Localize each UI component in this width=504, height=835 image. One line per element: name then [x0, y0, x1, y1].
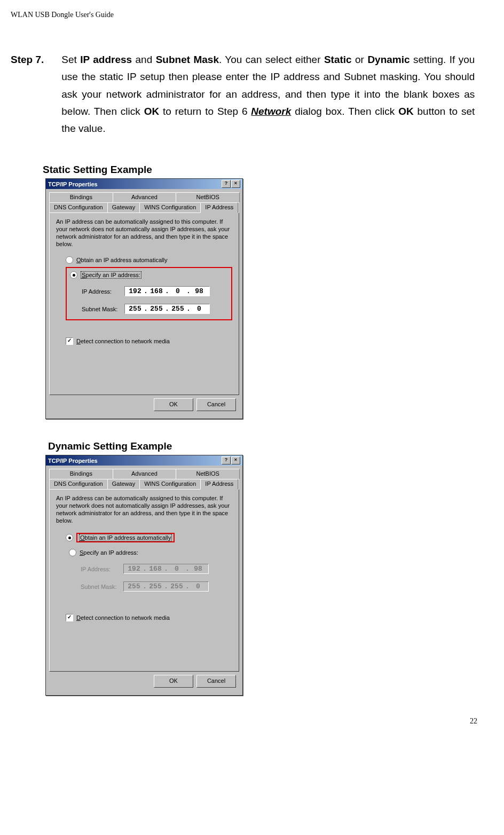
radio-obtain[interactable]: Obtain an IP address automatically	[66, 533, 232, 542]
tab-gateway[interactable]: Gateway	[107, 202, 140, 213]
dialog-title: TCP/IP Properties	[48, 181, 98, 187]
step-7-paragraph: Step 7. Set IP address and Subnet Mask. …	[11, 51, 477, 137]
cancel-button[interactable]: Cancel	[196, 675, 236, 688]
detect-label: Detect connection to network media	[76, 338, 170, 344]
cancel-button[interactable]: Cancel	[196, 398, 236, 411]
tab-gateway[interactable]: Gateway	[107, 479, 140, 490]
ip-address-input[interactable]: 192. 168. 0. 98	[124, 286, 210, 296]
button-row: OK Cancel	[49, 395, 239, 414]
tab-dns[interactable]: DNS Configuration	[49, 202, 108, 213]
subnet-mask-input[interactable]: 255. 255. 255. 0	[124, 304, 210, 314]
step-body: Set IP address and Subnet Mask. You can …	[61, 51, 475, 137]
tab-row-2: DNS Configuration Gateway WINS Configura…	[49, 202, 239, 213]
document-header: WLAN USB Dongle User's Guide	[11, 11, 477, 19]
tab-row-2: DNS Configuration Gateway WINS Configura…	[49, 479, 239, 490]
tab-netbios[interactable]: NetBIOS	[176, 192, 240, 203]
detect-checkbox-row[interactable]: ✓ Detect connection to network media	[66, 614, 232, 621]
dynamic-example-title: Dynamic Setting Example	[48, 440, 477, 452]
obtain-highlight-box: Obtain an IP address automatically	[76, 533, 175, 542]
radio-icon	[66, 256, 73, 264]
tab-panel: An IP address can be automatically assig…	[49, 489, 239, 672]
tab-dns[interactable]: DNS Configuration	[49, 479, 108, 490]
step-label: Step 7.	[11, 51, 59, 68]
subnet-mask-label: Subnet Mask:	[81, 584, 123, 590]
titlebar: TCP/IP Properties ? ×	[46, 179, 242, 189]
static-example-title: Static Setting Example	[43, 164, 477, 176]
subnet-mask-row: Subnet Mask: 255. 255. 255. 0	[82, 304, 227, 314]
ok-button[interactable]: OK	[154, 398, 193, 411]
radio-specify-label: Specify an IP address:	[81, 272, 141, 278]
subnet-mask-label: Subnet Mask:	[82, 306, 124, 312]
tab-netbios[interactable]: NetBIOS	[176, 469, 240, 479]
ip-address-row: IP Address: 192. 168. 0. 98	[82, 286, 227, 296]
ip-address-row: IP Address: 192. 168. 0. 98	[81, 564, 228, 574]
checkbox-icon: ✓	[66, 337, 73, 345]
subnet-mask-input-disabled: 255. 255. 255. 0	[123, 581, 209, 592]
tab-advanced[interactable]: Advanced	[113, 469, 177, 479]
tab-ipaddress[interactable]: IP Address	[200, 479, 238, 490]
help-button[interactable]: ?	[222, 180, 231, 188]
ip-address-label: IP Address:	[82, 288, 124, 295]
help-text: An IP address can be automatically assig…	[56, 495, 232, 524]
tab-ipaddress[interactable]: IP Address	[200, 202, 238, 213]
specify-highlight-box: Specify an IP address: IP Address: 192. …	[66, 267, 232, 320]
ok-button[interactable]: OK	[154, 675, 193, 688]
ip-address-input-disabled: 192. 168. 0. 98	[123, 564, 209, 574]
radio-specify[interactable]: Specify an IP address:	[70, 271, 227, 279]
dialog-title: TCP/IP Properties	[48, 458, 98, 464]
radio-specify-label: Specify an IP address:	[80, 549, 138, 556]
checkbox-icon: ✓	[66, 614, 73, 621]
radio-icon-selected	[70, 271, 77, 279]
help-button[interactable]: ?	[222, 456, 231, 464]
tab-bindings[interactable]: Bindings	[49, 192, 113, 203]
close-button[interactable]: ×	[231, 456, 240, 464]
ip-address-label: IP Address:	[81, 566, 123, 572]
tab-row-1: Bindings Advanced NetBIOS	[49, 469, 239, 479]
tab-row-1: Bindings Advanced NetBIOS	[49, 192, 239, 203]
tab-bindings[interactable]: Bindings	[49, 469, 113, 479]
titlebar: TCP/IP Properties ? ×	[46, 455, 242, 466]
radio-obtain-label: Obtain an IP address automatically	[79, 534, 172, 541]
radio-obtain-label: Obtain an IP address automatically	[76, 257, 167, 263]
detect-label: Detect connection to network media	[76, 615, 170, 621]
page-number: 22	[0, 717, 504, 726]
tab-wins[interactable]: WINS Configuration	[139, 202, 201, 213]
tab-panel: An IP address can be automatically assig…	[49, 212, 239, 395]
subnet-mask-row: Subnet Mask: 255. 255. 255. 0	[81, 581, 228, 592]
tab-advanced[interactable]: Advanced	[113, 192, 177, 203]
tab-wins[interactable]: WINS Configuration	[139, 479, 201, 490]
button-row: OK Cancel	[49, 672, 239, 691]
radio-obtain[interactable]: Obtain an IP address automatically	[66, 256, 232, 264]
tcpip-dialog-static: TCP/IP Properties ? × Bindings Advanced …	[45, 178, 243, 419]
radio-specify[interactable]: Specify an IP address:	[69, 549, 228, 556]
specify-box: Specify an IP address: IP Address: 192. …	[66, 546, 232, 597]
close-button[interactable]: ×	[231, 180, 240, 188]
tcpip-dialog-dynamic: TCP/IP Properties ? × Bindings Advanced …	[45, 455, 243, 696]
radio-icon-selected	[66, 534, 73, 541]
help-text: An IP address can be automatically assig…	[56, 218, 232, 248]
radio-icon	[69, 549, 76, 556]
detect-checkbox-row[interactable]: ✓ Detect connection to network media	[66, 337, 232, 345]
